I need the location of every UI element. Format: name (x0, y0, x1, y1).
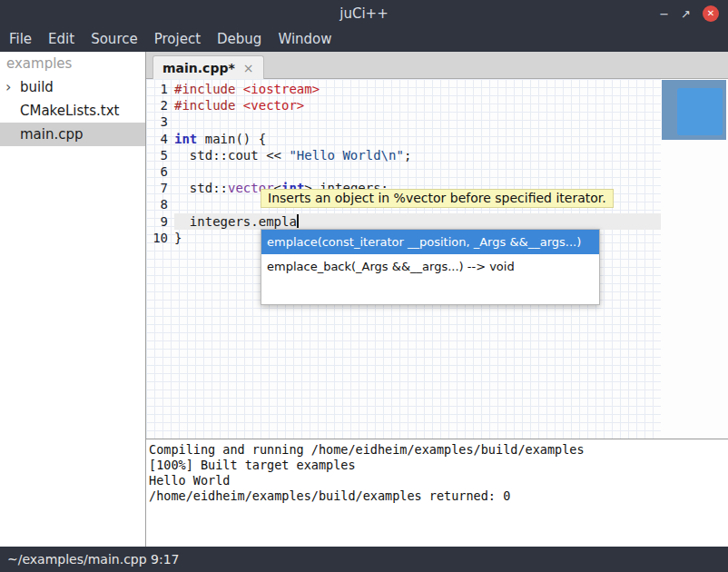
tab-label: main.cpp* (162, 61, 235, 75)
tab-close-icon[interactable]: × (243, 62, 254, 74)
sidebar-item-build[interactable]: › build (0, 75, 145, 99)
output-line: [100%] Built target examples (149, 458, 728, 473)
menu-window[interactable]: Window (270, 27, 339, 52)
scrollbar-thumb[interactable] (677, 88, 723, 135)
line-number: 1 (146, 81, 174, 97)
line-number: 3 (146, 113, 174, 130)
maximize-icon[interactable]: ↗ (681, 8, 691, 20)
code-line[interactable]: 4 int main() { (146, 131, 661, 147)
window-title: juCi++ (0, 0, 728, 27)
file-tree-header: examples (0, 52, 145, 75)
menu-edit[interactable]: Edit (40, 27, 83, 52)
menu-project[interactable]: Project (146, 27, 209, 52)
code-line[interactable]: 5 std::cout << "Hello World\n"; (146, 147, 661, 163)
statusbar: ~/examples/main.cpp 9:17 (0, 547, 728, 572)
chevron-right-icon[interactable]: › (0, 75, 20, 99)
line-number: 6 (146, 163, 174, 180)
menu-source[interactable]: Source (83, 27, 146, 52)
sidebar-item-label: main.cpp (0, 123, 84, 146)
line-number: 8 (146, 196, 174, 212)
line-number: 5 (146, 147, 174, 163)
code-line[interactable]: 1 #include <iostream> (146, 81, 661, 97)
sidebar-item-cmakelists[interactable]: CMakeLists.txt (0, 99, 145, 123)
output-line: Hello World (149, 473, 728, 488)
output-line: /home/eidheim/examples/build/examples re… (149, 488, 728, 504)
menu-file[interactable]: File (1, 27, 40, 52)
menu-debug[interactable]: Debug (209, 27, 270, 52)
close-icon[interactable]: ✕ (703, 5, 719, 22)
text-cursor (297, 214, 299, 228)
doc-tooltip: Inserts an object in %vector before spec… (261, 189, 614, 208)
app-window: juCi++ − ↗ ✕ File Edit Source Project De… (0, 0, 728, 572)
tabbar: main.cpp* × (146, 52, 728, 79)
titlebar: juCi++ − ↗ ✕ (0, 0, 728, 27)
autocomplete-item-emplace-back[interactable]: emplace_back(_Args &&__args...) --> void (261, 254, 599, 279)
tab-maincpp[interactable]: main.cpp* × (152, 55, 264, 79)
code-line[interactable]: 6 (146, 163, 661, 180)
statusbar-path: ~/examples/main.cpp 9:17 (0, 547, 728, 572)
file-tree: examples › build CMakeLists.txt main.cpp (0, 52, 146, 547)
line-number: 2 (146, 97, 174, 113)
code-line[interactable]: 2 #include <vector> (146, 97, 661, 113)
code-line[interactable]: 3 (146, 113, 661, 130)
menubar: File Edit Source Project Debug Window (0, 27, 728, 52)
sidebar-item-label: CMakeLists.txt (0, 99, 119, 123)
autocomplete-popup: emplace(const_iterator __position, _Args… (261, 229, 600, 305)
sidebar-item-maincpp[interactable]: main.cpp (0, 123, 145, 146)
main-area: examples › build CMakeLists.txt main.cpp… (0, 52, 728, 547)
code-line-current[interactable]: 9 integers.empla (146, 213, 661, 230)
content-column: main.cpp* × 1 #include <iostream> 2 #inc… (146, 52, 728, 547)
minimize-icon[interactable]: − (659, 8, 669, 20)
line-number: 10 (146, 230, 174, 246)
line-number: 7 (146, 180, 174, 196)
window-buttons: − ↗ ✕ (659, 0, 719, 27)
code-editor[interactable]: 1 #include <iostream> 2 #include <vector… (146, 79, 728, 439)
sidebar-item-label: build (20, 75, 54, 99)
output-line: Compiling and running /home/eidheim/exam… (149, 442, 728, 458)
line-number: 4 (146, 131, 174, 147)
scrollbar-track[interactable] (662, 80, 726, 140)
output-console: Compiling and running /home/eidheim/exam… (146, 439, 728, 547)
line-number: 9 (146, 213, 174, 230)
autocomplete-item-emplace[interactable]: emplace(const_iterator __position, _Args… (261, 230, 599, 254)
